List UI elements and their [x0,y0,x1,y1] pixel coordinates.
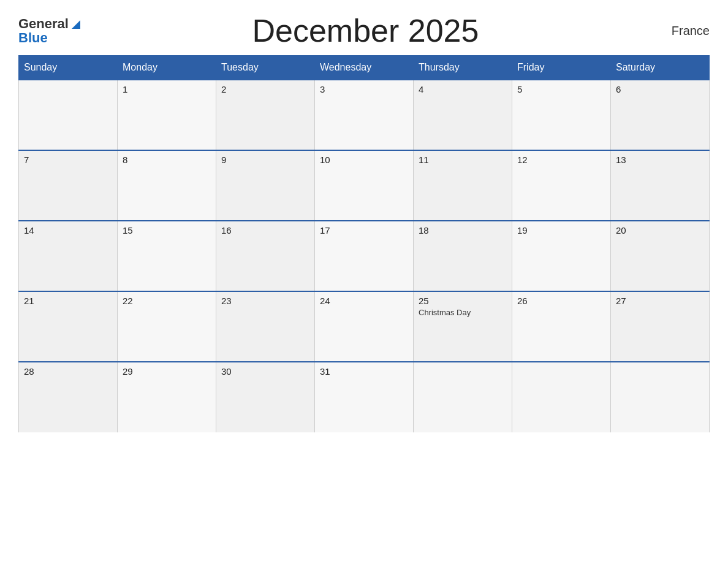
col-saturday: Saturday [611,56,710,80]
col-wednesday: Wednesday [315,56,414,80]
calendar-day-cell: 1 [118,80,216,150]
calendar-day-cell: 22 [118,291,216,362]
day-number: 2 [221,84,309,94]
calendar-day-cell: 9 [216,150,315,221]
svg-marker-0 [72,20,80,29]
calendar-week-row: 14151617181920 [19,221,710,291]
calendar-day-cell: 30 [216,362,315,432]
col-sunday: Sunday [19,56,118,80]
day-number: 10 [320,155,408,165]
day-number: 27 [616,296,704,306]
calendar-day-cell: 4 [414,80,512,150]
calendar-table: Sunday Monday Tuesday Wednesday Thursday… [18,55,710,432]
logo: General Blue [18,17,83,45]
calendar-day-cell [611,362,710,432]
calendar-day-cell: 19 [512,221,611,291]
day-number: 14 [24,225,112,236]
calendar-day-cell: 7 [19,150,118,221]
day-number: 31 [320,366,408,377]
day-number: 24 [320,296,408,306]
page-title: December 2025 [252,12,479,49]
calendar-day-cell: 16 [216,221,315,291]
day-number: 19 [517,225,605,236]
day-number: 16 [221,225,309,236]
calendar-day-cell: 14 [19,221,118,291]
calendar-day-cell: 11 [414,150,512,221]
calendar-day-cell: 31 [315,362,414,432]
day-number: 18 [419,225,507,236]
calendar-day-cell: 6 [611,80,710,150]
day-number: 29 [123,366,211,377]
day-number: 28 [24,366,112,377]
day-number: 8 [123,155,211,165]
calendar-day-cell [414,362,512,432]
calendar-day-cell: 23 [216,291,315,362]
day-number: 26 [517,296,605,306]
calendar-day-cell: 15 [118,221,216,291]
calendar-day-cell: 17 [315,221,414,291]
day-number: 25 [419,296,507,306]
day-number: 23 [221,296,309,306]
calendar-day-cell: 8 [118,150,216,221]
country-label: France [648,24,710,38]
calendar-day-cell [19,80,118,150]
calendar-day-cell: 10 [315,150,414,221]
day-number: 30 [221,366,309,377]
day-number: 12 [517,155,605,165]
day-number: 7 [24,155,112,165]
day-number: 5 [517,84,605,94]
calendar-day-cell: 24 [315,291,414,362]
calendar-day-cell: 18 [414,221,512,291]
calendar-day-cell [512,362,611,432]
day-number: 6 [616,84,704,94]
day-number: 11 [419,155,507,165]
calendar-week-row: 123456 [19,80,710,150]
calendar-day-cell: 20 [611,221,710,291]
calendar-day-cell: 5 [512,80,611,150]
holiday-label: Christmas Day [419,308,507,317]
calendar-day-cell: 21 [19,291,118,362]
page-header: General Blue December 2025 France [18,12,710,49]
day-number: 1 [123,84,211,94]
day-number: 13 [616,155,704,165]
calendar-day-cell: 27 [611,291,710,362]
calendar-day-cell: 2 [216,80,315,150]
weekday-header-row: Sunday Monday Tuesday Wednesday Thursday… [19,56,710,80]
day-number: 22 [123,296,211,306]
calendar-day-cell: 26 [512,291,611,362]
day-number: 15 [123,225,211,236]
day-number: 4 [419,84,507,94]
logo-general-text: General [18,17,69,31]
day-number: 3 [320,84,408,94]
calendar-day-cell: 3 [315,80,414,150]
calendar-day-cell: 28 [19,362,118,432]
logo-triangle-icon [69,18,83,31]
calendar-week-row: 2122232425Christmas Day2627 [19,291,710,362]
day-number: 17 [320,225,408,236]
calendar-day-cell: 29 [118,362,216,432]
day-number: 20 [616,225,704,236]
col-friday: Friday [512,56,611,80]
col-thursday: Thursday [414,56,512,80]
logo-blue-text: Blue [18,31,48,45]
calendar-day-cell: 13 [611,150,710,221]
calendar-day-cell: 25Christmas Day [414,291,512,362]
calendar-week-row: 28293031 [19,362,710,432]
day-number: 21 [24,296,112,306]
calendar-day-cell: 12 [512,150,611,221]
col-tuesday: Tuesday [216,56,315,80]
col-monday: Monday [118,56,216,80]
calendar-week-row: 78910111213 [19,150,710,221]
day-number: 9 [221,155,309,165]
